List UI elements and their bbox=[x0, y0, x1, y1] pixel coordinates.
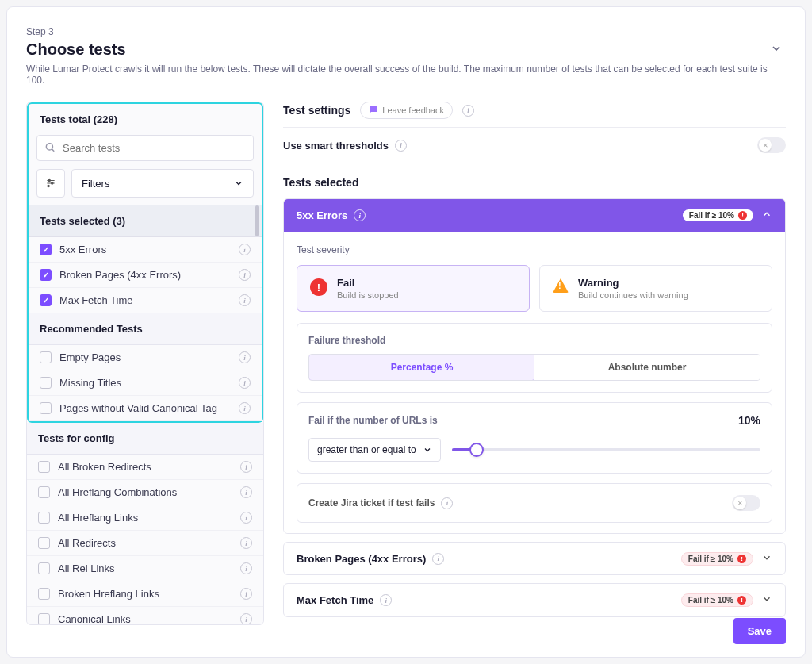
severity-title: Fail bbox=[337, 277, 399, 289]
test-accordion-broken-pages: Broken Pages (4xx Errors) i Fail if ≥ 10… bbox=[283, 542, 786, 576]
checkbox-icon[interactable] bbox=[40, 377, 52, 389]
test-item[interactable]: Broken Hreflang Linksi bbox=[27, 581, 263, 607]
checkbox-icon[interactable] bbox=[40, 402, 52, 414]
checkbox-icon[interactable] bbox=[40, 351, 52, 363]
failure-threshold-box: Failure threshold Percentage % Absolute … bbox=[297, 323, 772, 393]
info-icon[interactable]: i bbox=[432, 553, 444, 565]
accordion-title: Broken Pages (4xx Errors) bbox=[297, 553, 426, 565]
chevron-up-icon bbox=[761, 209, 772, 222]
checkbox-icon[interactable] bbox=[40, 269, 52, 281]
checkbox-icon[interactable] bbox=[38, 512, 50, 524]
feedback-label: Leave feedback bbox=[382, 106, 444, 115]
info-icon[interactable]: i bbox=[239, 402, 251, 414]
accordion-title: Max Fetch Time bbox=[297, 594, 373, 606]
selected-tests-group: Tests selected (3) 5xx Errorsi Broken Pa… bbox=[27, 205, 263, 423]
test-item[interactable]: All Hreflang Combinationsi bbox=[27, 480, 263, 505]
test-item-label: All Hreflang Combinations bbox=[58, 486, 240, 498]
checkbox-icon[interactable] bbox=[38, 486, 50, 498]
test-item-broken-pages[interactable]: Broken Pages (4xx Errors)i bbox=[29, 263, 262, 288]
info-icon[interactable]: i bbox=[441, 497, 453, 509]
info-icon[interactable]: i bbox=[240, 461, 252, 473]
severity-title: Warning bbox=[578, 277, 688, 289]
info-icon[interactable]: i bbox=[240, 486, 252, 498]
test-item-empty-pages[interactable]: Empty Pagesi bbox=[29, 345, 262, 370]
info-icon[interactable]: i bbox=[239, 244, 251, 255]
fail-condition-row: Fail if the number of URLs is 10% bbox=[308, 414, 760, 427]
accordion-header[interactable]: Max Fetch Time i Fail if ≥ 10% ! bbox=[284, 584, 785, 616]
accordion-right: Fail if ≥ 10% ! bbox=[683, 209, 772, 222]
test-accordion-max-fetch-time: Max Fetch Time i Fail if ≥ 10% ! bbox=[283, 583, 786, 617]
fail-icon: ! bbox=[310, 278, 327, 296]
test-item-label: Max Fetch Time bbox=[59, 294, 239, 306]
info-icon[interactable]: i bbox=[395, 140, 407, 152]
test-item[interactable]: All Broken Redirectsi bbox=[27, 455, 263, 480]
info-icon[interactable]: i bbox=[240, 613, 252, 624]
content-row: Tests total (228) Filters bbox=[26, 102, 786, 625]
accordion-header[interactable]: 5xx Errors i Fail if ≥ 10% ! bbox=[284, 199, 785, 232]
info-icon[interactable]: i bbox=[239, 269, 251, 281]
accordion-body: Test severity ! Fail Build is stopped bbox=[284, 232, 785, 534]
test-item[interactable]: Canonical Linksi bbox=[27, 607, 263, 624]
severity-card-fail[interactable]: ! Fail Build is stopped bbox=[297, 265, 530, 312]
checkbox-icon[interactable] bbox=[38, 588, 50, 600]
severity-cards: ! Fail Build is stopped Warning Build co… bbox=[297, 265, 772, 312]
info-icon[interactable]: i bbox=[239, 377, 251, 389]
threshold-tab-absolute[interactable]: Absolute number bbox=[534, 355, 760, 380]
checkbox-icon[interactable] bbox=[38, 537, 50, 549]
step-label: Step 3 bbox=[26, 26, 786, 37]
threshold-tab-percentage[interactable]: Percentage % bbox=[308, 354, 535, 381]
test-item-pages-without-canonical[interactable]: Pages without Valid Canonical Tagi bbox=[29, 396, 262, 421]
test-item-5xx-errors[interactable]: 5xx Errorsi bbox=[29, 237, 262, 263]
svg-point-7 bbox=[48, 185, 49, 186]
test-item[interactable]: All Redirectsi bbox=[27, 531, 263, 556]
slider-thumb[interactable] bbox=[469, 443, 484, 457]
info-icon[interactable]: i bbox=[240, 537, 252, 549]
checkbox-icon[interactable] bbox=[38, 613, 50, 624]
leave-feedback-button[interactable]: Leave feedback bbox=[360, 102, 453, 119]
filter-settings-button[interactable] bbox=[36, 169, 65, 198]
checkbox-icon[interactable] bbox=[38, 461, 50, 473]
checkbox-icon[interactable] bbox=[40, 244, 52, 255]
accordion-title: 5xx Errors bbox=[297, 209, 347, 221]
test-settings-heading: Test settings bbox=[283, 104, 350, 117]
search-input[interactable] bbox=[36, 135, 254, 161]
accordion-right: Fail if ≥ 10% ! bbox=[681, 593, 772, 607]
info-icon[interactable]: i bbox=[240, 512, 252, 524]
tests-selected-header: Tests selected (3) bbox=[29, 205, 262, 237]
test-item-max-fetch-time[interactable]: Max Fetch Timei bbox=[29, 288, 262, 313]
chat-bubble-icon bbox=[369, 105, 378, 116]
info-icon[interactable]: i bbox=[240, 588, 252, 600]
settings-main-area: Test settings Leave feedback i Use smart… bbox=[283, 102, 786, 625]
smart-thresholds-toggle[interactable] bbox=[757, 137, 786, 153]
accordion-title-wrap: 5xx Errors i bbox=[297, 209, 366, 221]
save-button[interactable]: Save bbox=[733, 618, 786, 644]
checkbox-icon[interactable] bbox=[38, 562, 50, 574]
fail-condition-label: Fail if the number of URLs is bbox=[308, 415, 438, 426]
test-item[interactable]: All Hreflang Linksi bbox=[27, 505, 263, 531]
error-circle-icon: ! bbox=[737, 555, 746, 563]
test-item-missing-titles[interactable]: Missing Titlesi bbox=[29, 370, 262, 396]
info-icon[interactable]: i bbox=[239, 294, 251, 306]
search-icon bbox=[44, 141, 56, 155]
config-tests-list: All Broken Redirectsi All Hreflang Combi… bbox=[27, 455, 263, 624]
comparator-dropdown[interactable]: greater than or equal to bbox=[308, 438, 441, 462]
severity-text: Warning Build continues with warning bbox=[578, 277, 688, 300]
test-item-label: Broken Hreflang Links bbox=[58, 588, 240, 600]
collapse-chevron-icon[interactable] bbox=[770, 42, 783, 57]
info-icon[interactable]: i bbox=[462, 105, 474, 117]
checkbox-icon[interactable] bbox=[40, 294, 52, 306]
info-icon[interactable]: i bbox=[380, 594, 392, 606]
jira-toggle[interactable] bbox=[732, 495, 760, 511]
info-icon[interactable]: i bbox=[239, 351, 251, 363]
fail-condition-box: Fail if the number of URLs is 10% greate… bbox=[297, 402, 772, 474]
threshold-slider[interactable] bbox=[452, 448, 760, 451]
sidebar-search-area: Tests total (228) Filters bbox=[27, 102, 263, 205]
test-item[interactable]: All Rel Linksi bbox=[27, 556, 263, 581]
info-icon[interactable]: i bbox=[354, 209, 366, 221]
accordion-header[interactable]: Broken Pages (4xx Errors) i Fail if ≥ 10… bbox=[284, 543, 785, 575]
filters-dropdown[interactable]: Filters bbox=[71, 169, 254, 198]
severity-card-warning[interactable]: Warning Build continues with warning bbox=[539, 265, 772, 312]
warning-icon bbox=[553, 278, 569, 293]
fail-badge: Fail if ≥ 10% ! bbox=[683, 209, 753, 221]
info-icon[interactable]: i bbox=[240, 562, 252, 574]
